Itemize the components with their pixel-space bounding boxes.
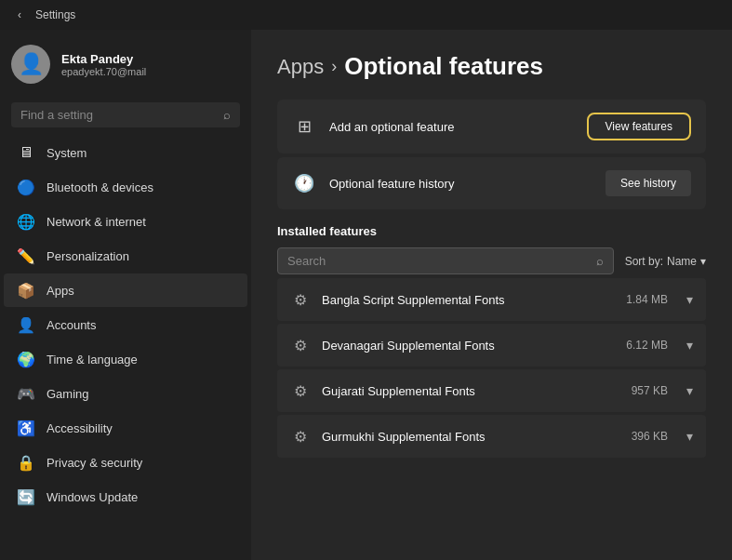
sort-control[interactable]: Sort by: Name ▾ [625, 255, 706, 268]
avatar-icon: 👤 [19, 52, 44, 76]
gaming-label: Gaming [47, 387, 89, 401]
feature-expand-icon[interactable]: ▾ [686, 338, 693, 353]
apps-label: Apps [47, 284, 74, 298]
bluetooth-icon: 🔵 [17, 178, 35, 196]
personalization-icon: ✏️ [17, 247, 35, 265]
feature-icon: ⚙ [290, 335, 311, 355]
accounts-icon: 👤 [17, 315, 35, 334]
sidebar-item-personalization[interactable]: ✏️ Personalization [4, 239, 247, 273]
breadcrumb-apps[interactable]: Apps [277, 55, 324, 79]
feature-list: ⚙ Bangla Script Supplemental Fonts 1.84 … [277, 278, 706, 458]
network-icon: 🌐 [17, 212, 35, 231]
feature-history-button[interactable]: See history [606, 170, 691, 196]
feature-search-icon: ⌕ [596, 254, 604, 268]
feature-item: ⚙ Bangla Script Supplemental Fonts 1.84 … [277, 278, 706, 321]
user-email: epadyekt.70@mail [61, 66, 146, 77]
add-optional-label: Add an optional feature [329, 120, 574, 134]
sidebar-item-apps[interactable]: 📦 Apps [4, 273, 247, 307]
avatar: 👤 [11, 45, 50, 84]
accessibility-label: Accessibility [47, 421, 113, 435]
personalization-label: Personalization [47, 249, 129, 263]
sidebar-search-input[interactable] [20, 108, 216, 122]
feature-item: ⚙ Gujarati Supplemental Fonts 957 KB ▾ [277, 369, 706, 412]
system-icon: 🖥 [17, 143, 35, 162]
back-button[interactable]: ‹ [11, 7, 28, 23]
feature-expand-icon[interactable]: ▾ [686, 429, 693, 444]
network-label: Network & internet [47, 215, 146, 229]
sort-chevron-icon: ▾ [700, 255, 706, 268]
feature-icon: ⚙ [290, 426, 311, 447]
system-label: System [47, 146, 87, 160]
main-layout: 👤 Ekta Pandey epadyekt.70@mail ⌕ 🖥 Syste… [0, 30, 732, 560]
sort-value: Name [667, 255, 697, 268]
add-optional-button[interactable]: View features [587, 113, 692, 140]
feature-icon: ⚙ [290, 380, 311, 401]
feature-size: 1.84 MB [626, 293, 668, 306]
card-add-optional: ⊞ Add an optional feature View features [277, 100, 706, 153]
sidebar-item-update[interactable]: 🔄 Windows Update [4, 480, 247, 513]
user-name: Ekta Pandey [61, 52, 146, 66]
update-label: Windows Update [47, 490, 138, 504]
feature-item: ⚙ Gurmukhi Supplemental Fonts 396 KB ▾ [277, 415, 706, 458]
installed-section-title: Installed features [277, 224, 706, 238]
feature-expand-icon[interactable]: ▾ [686, 383, 693, 398]
title-bar: ‹ Settings [0, 0, 732, 30]
accounts-label: Accounts [47, 318, 96, 332]
cards-container: ⊞ Add an optional feature View features … [277, 100, 706, 209]
feature-name: Gujarati Supplemental Fonts [322, 384, 620, 398]
feature-size: 6.12 MB [626, 339, 668, 352]
gaming-icon: 🎮 [17, 384, 35, 403]
search-sort-row: ⌕ Sort by: Name ▾ [277, 247, 706, 274]
feature-history-icon: 🕐 [292, 171, 316, 195]
feature-name: Gurmukhi Supplemental Fonts [322, 430, 620, 444]
bluetooth-label: Bluetooth & devices [47, 180, 153, 194]
sidebar-item-gaming[interactable]: 🎮 Gaming [4, 377, 247, 410]
feature-search-box[interactable]: ⌕ [277, 247, 614, 274]
user-profile[interactable]: 👤 Ekta Pandey epadyekt.70@mail [0, 30, 251, 99]
time-label: Time & language [47, 353, 138, 367]
add-optional-icon: ⊞ [292, 114, 316, 139]
accessibility-icon: ♿ [17, 419, 35, 437]
nav-list: 🖥 System 🔵 Bluetooth & devices 🌐 Network… [0, 135, 251, 514]
search-icon: ⌕ [223, 108, 231, 122]
sidebar: 👤 Ekta Pandey epadyekt.70@mail ⌕ 🖥 Syste… [0, 30, 251, 560]
sidebar-item-accounts[interactable]: 👤 Accounts [4, 308, 247, 341]
time-icon: 🌍 [17, 350, 35, 368]
breadcrumb: Apps › Optional features [277, 52, 706, 81]
sidebar-item-system[interactable]: 🖥 System [4, 136, 247, 169]
sidebar-item-network[interactable]: 🌐 Network & internet [4, 205, 247, 238]
sidebar-item-time[interactable]: 🌍 Time & language [4, 342, 247, 376]
sidebar-item-privacy[interactable]: 🔒 Privacy & security [4, 446, 247, 479]
feature-name: Bangla Script Supplemental Fonts [322, 293, 615, 307]
feature-history-label: Optional feature history [329, 177, 592, 191]
title-bar-title: Settings [35, 8, 75, 21]
feature-search-input[interactable] [287, 254, 589, 268]
content-area: Apps › Optional features ⊞ Add an option… [251, 30, 732, 560]
privacy-icon: 🔒 [17, 453, 35, 472]
feature-size: 957 KB [632, 384, 668, 397]
update-icon: 🔄 [17, 487, 35, 506]
sidebar-item-bluetooth[interactable]: 🔵 Bluetooth & devices [4, 170, 247, 204]
user-info: Ekta Pandey epadyekt.70@mail [61, 52, 146, 77]
card-feature-history: 🕐 Optional feature history See history [277, 157, 706, 209]
feature-size: 396 KB [632, 430, 668, 443]
feature-item: ⚙ Devanagari Supplemental Fonts 6.12 MB … [277, 324, 706, 367]
feature-expand-icon[interactable]: ▾ [686, 292, 693, 307]
breadcrumb-arrow: › [331, 57, 337, 76]
sidebar-item-accessibility[interactable]: ♿ Accessibility [4, 411, 247, 445]
breadcrumb-current: Optional features [344, 52, 543, 81]
feature-icon: ⚙ [290, 289, 311, 310]
sidebar-search-bar[interactable]: ⌕ [11, 102, 240, 127]
sort-by-label: Sort by: [625, 255, 663, 268]
apps-icon: 📦 [17, 281, 35, 300]
privacy-label: Privacy & security [47, 456, 142, 470]
feature-name: Devanagari Supplemental Fonts [322, 339, 615, 353]
